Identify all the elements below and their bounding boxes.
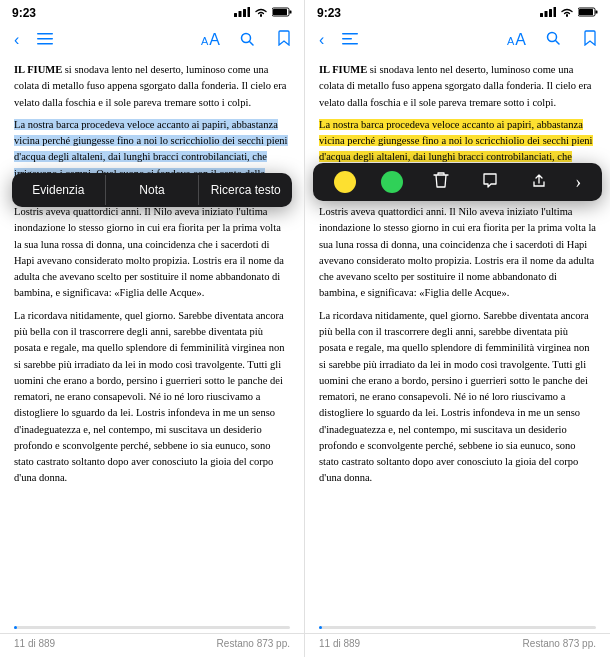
svg-rect-19 [342, 33, 358, 35]
svg-rect-9 [37, 43, 53, 45]
svg-rect-17 [596, 11, 598, 14]
svg-rect-15 [554, 7, 557, 17]
progress-bar-right [319, 626, 596, 629]
para-4-right: La ricordava nitidamente, quel giorno. S… [319, 308, 596, 487]
progress-bar-left [14, 626, 290, 629]
footer-left: 11 di 889 Restano 873 pp. [0, 633, 304, 657]
delete-annotation-button[interactable] [429, 169, 453, 195]
para-3-right: Lostris aveva quattordici anni. Il Nilo … [319, 204, 596, 302]
search-button-right[interactable] [542, 27, 564, 53]
svg-rect-0 [234, 13, 237, 17]
status-bar-left: 9:23 [0, 0, 304, 22]
progress-fill-left [14, 626, 17, 629]
nav-center-right: AA [507, 26, 600, 54]
remaining-right: Restano 873 pp. [523, 638, 596, 649]
bookmark-button-right[interactable] [580, 26, 600, 54]
nav-center-left: AA [201, 26, 294, 54]
svg-rect-20 [342, 38, 352, 40]
book-text-left: IL FIUME si snodava lento nel deserto, l… [14, 62, 290, 487]
svg-line-23 [556, 41, 560, 45]
bookmark-button-left[interactable] [274, 26, 294, 54]
status-icons-left [234, 7, 292, 19]
annotation-bar[interactable]: › [313, 163, 602, 201]
search-button-left[interactable] [236, 28, 258, 53]
back-button-left[interactable]: ‹ [10, 27, 23, 53]
para-1-right: IL FIUME si snodava lento nel deserto, l… [319, 62, 596, 111]
battery-icon [272, 7, 292, 19]
color-green-button[interactable] [381, 171, 403, 193]
nav-bar-left: ‹ AA [0, 22, 304, 58]
context-menu-highlight[interactable]: Evidenzia [12, 173, 105, 207]
left-screen: 9:23 [0, 0, 305, 657]
content-area-left: Evidenzia Nota Ricerca testo IL FIUME si… [0, 58, 304, 633]
time-right: 9:23 [317, 6, 341, 20]
svg-rect-12 [540, 13, 543, 17]
menu-button-left[interactable] [33, 27, 57, 53]
svg-rect-18 [579, 9, 593, 15]
svg-rect-2 [243, 9, 246, 17]
status-bar-right: 9:23 [305, 0, 610, 22]
svg-rect-5 [290, 11, 292, 14]
svg-rect-3 [248, 7, 251, 17]
para-1-left: IL FIUME si snodava lento nel deserto, l… [14, 62, 290, 111]
time-left: 9:23 [12, 6, 36, 20]
page-number-right: 11 di 889 [319, 638, 360, 649]
signal-icon-right [540, 7, 556, 19]
svg-rect-8 [37, 38, 53, 40]
para-4-left: La ricordava nitidamente, quel giorno. S… [14, 308, 290, 487]
big-a-left: A [209, 31, 220, 49]
progress-fill-right [319, 626, 322, 629]
page-number-left: 11 di 889 [14, 638, 55, 649]
small-a-left: A [201, 35, 208, 47]
book-text-right: IL FIUME si snodava lento nel deserto, l… [319, 62, 596, 487]
right-screen: 9:23 [305, 0, 610, 657]
color-yellow-button[interactable] [334, 171, 356, 193]
svg-rect-7 [37, 33, 53, 35]
content-area-right: › IL FIUME si snodava lento nel deserto,… [305, 58, 610, 633]
battery-icon-right [578, 7, 598, 19]
svg-rect-6 [273, 9, 287, 15]
font-size-button-right[interactable]: AA [507, 31, 526, 49]
nav-bar-right: ‹ AA [305, 22, 610, 58]
small-a-right: A [507, 35, 514, 47]
svg-rect-14 [549, 9, 552, 17]
share-button[interactable] [528, 170, 550, 194]
back-button-right[interactable]: ‹ [315, 27, 328, 53]
wifi-icon-right [560, 7, 574, 19]
para-3-left: Lostris aveva quattordici anni. Il Nilo … [14, 204, 290, 302]
status-icons-right [540, 7, 598, 19]
menu-button-right[interactable] [338, 27, 362, 53]
footer-right: 11 di 889 Restano 873 pp. [305, 633, 610, 657]
context-menu-note[interactable]: Nota [106, 173, 199, 207]
svg-rect-1 [239, 11, 242, 17]
add-note-button[interactable] [478, 170, 502, 194]
svg-line-11 [250, 41, 254, 45]
svg-rect-13 [545, 11, 548, 17]
font-size-button-left[interactable]: AA [201, 31, 220, 49]
big-a-right: A [515, 31, 526, 49]
annotation-chevron[interactable]: › [575, 172, 581, 193]
wifi-icon [254, 7, 268, 19]
context-menu-search[interactable]: Ricerca testo [199, 173, 292, 207]
signal-icon [234, 7, 250, 19]
remaining-left: Restano 873 pp. [217, 638, 290, 649]
context-menu[interactable]: Evidenzia Nota Ricerca testo [12, 173, 292, 207]
svg-rect-21 [342, 43, 358, 45]
